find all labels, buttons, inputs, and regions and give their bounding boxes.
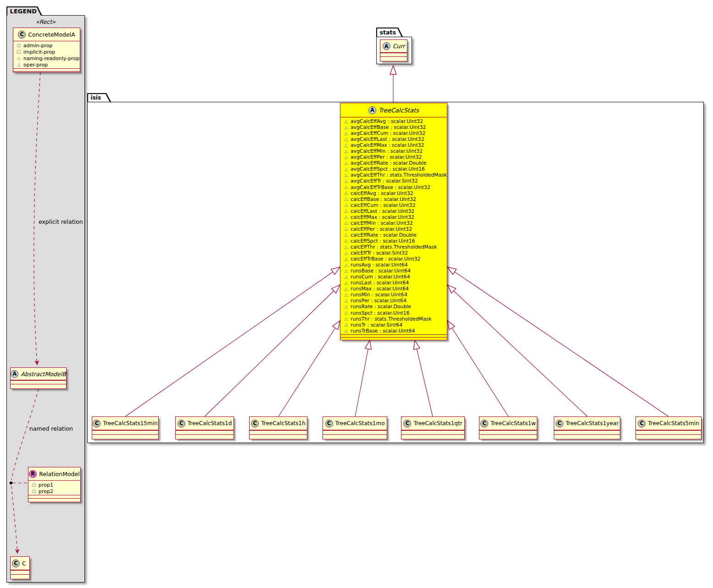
attribute-row: △ calcEffThr : stats.ThresholdedMask bbox=[340, 244, 447, 250]
attribute-row: △ avgCalcEffBase : scalar.Uint32 bbox=[340, 124, 447, 130]
oper-prop-icon: △ bbox=[343, 275, 349, 279]
edge-15min bbox=[125, 267, 340, 416]
class-name: TreeCalcStats1mo bbox=[335, 420, 385, 427]
attribute-row: △ runsRate : scalar.Double bbox=[340, 304, 447, 310]
attribute-row: △ oper-prop bbox=[13, 61, 80, 68]
empty-compartment bbox=[92, 434, 158, 439]
attribute-row: ○ prop2 bbox=[28, 488, 80, 494]
empty-compartment bbox=[176, 434, 234, 439]
empty-compartment bbox=[28, 498, 80, 502]
attribute-text: runsAvg : scalar.Uint64 bbox=[351, 262, 408, 268]
named-relation-label: named relation bbox=[29, 425, 73, 432]
class-name: TreeCalcStats bbox=[379, 107, 419, 114]
oper-prop-icon: △ bbox=[343, 311, 349, 315]
abstract-spot-icon: A bbox=[11, 370, 18, 378]
attribute-text: calcEffRate : scalar.Double bbox=[351, 232, 417, 238]
oper-prop-icon: △ bbox=[343, 293, 349, 297]
empty-compartment bbox=[11, 384, 66, 388]
concrete-model-a-attributes: ○ admin-prop □ implicit-prop ◇ naming-re… bbox=[13, 41, 80, 68]
stats-tab-label: stats bbox=[377, 28, 401, 37]
class-name: TreeCalcStats1w bbox=[490, 420, 536, 427]
attribute-row: △ avgCalcEffThr : stats.ThresholdedMask bbox=[340, 172, 447, 178]
oper-prop-icon: △ bbox=[343, 251, 349, 255]
edge-1d bbox=[205, 285, 340, 416]
attribute-text: calcEffMax : scalar.Uint32 bbox=[351, 214, 414, 220]
edge-1qtr bbox=[415, 340, 433, 416]
oper-prop-icon: △ bbox=[343, 328, 349, 333]
attribute-row: △ runsTrBase : scalar.Uint64 bbox=[340, 328, 447, 334]
attribute-row: △ avgCalcEffAvg : scalar.Uint32 bbox=[340, 118, 447, 124]
class-name: Curr bbox=[393, 43, 405, 50]
attribute-text: calcEffTr : scalar.Sint32 bbox=[351, 250, 408, 256]
attribute-row: △ avgCalcEffMin : scalar.Uint32 bbox=[340, 148, 447, 154]
attribute-text: prop1 bbox=[39, 482, 53, 488]
attribute-row: ◇ naming-readonly-prop bbox=[13, 55, 80, 61]
tree-calc-stats-title: A TreeCalcStats bbox=[340, 103, 447, 117]
attribute-text: oper-prop bbox=[23, 62, 48, 68]
attribute-row: △ calcEffBase : scalar.Uint32 bbox=[340, 196, 447, 202]
attribute-row: △ avgCalcEffTr : scalar.Sint32 bbox=[340, 178, 447, 184]
class-c: C C bbox=[10, 556, 30, 579]
attribute-text: avgCalcEffRate : scalar.Double bbox=[351, 160, 426, 166]
attribute-text: runsPer : scalar.Uint64 bbox=[351, 298, 407, 304]
attribute-row: △ runsSpct : scalar.Uint16 bbox=[340, 310, 447, 316]
class-treecalcstats5min: C TreeCalcStats5min bbox=[635, 416, 702, 439]
class-spot-icon: C bbox=[556, 420, 563, 427]
class-spot-icon: C bbox=[178, 420, 185, 427]
oper-prop-icon: △ bbox=[343, 143, 349, 148]
attribute-text: prop2 bbox=[39, 488, 53, 494]
attribute-text: avgCalcEffCum : scalar.Uint32 bbox=[351, 130, 425, 136]
legend-package-tab: LEGEND bbox=[6, 6, 42, 16]
attribute-text: runsLast : scalar.Uint64 bbox=[351, 280, 409, 286]
oper-prop-icon: △ bbox=[343, 257, 349, 261]
empty-compartment bbox=[479, 434, 537, 439]
attribute-text: avgCalcEffMin : scalar.Uint32 bbox=[351, 148, 423, 154]
oper-prop-icon: △ bbox=[343, 197, 349, 201]
oper-prop-icon: △ bbox=[343, 227, 349, 231]
class-abstract-model-b: A AbstractModelB bbox=[10, 367, 67, 389]
attribute-text: avgCalcEffTr : scalar.Sint32 bbox=[351, 178, 418, 184]
attribute-row: △ runsMax : scalar.Uint64 bbox=[340, 286, 447, 292]
attribute-text: runsSpct : scalar.Uint16 bbox=[351, 310, 410, 316]
empty-compartment bbox=[250, 434, 307, 439]
class-treecalcstats1w: C TreeCalcStats1w bbox=[479, 416, 537, 439]
attribute-text: runsRate : scalar.Double bbox=[351, 304, 411, 310]
oper-prop-icon: △ bbox=[16, 62, 22, 67]
class-treecalcstats1d: C TreeCalcStats1d bbox=[175, 416, 234, 439]
empty-compartment bbox=[11, 570, 29, 574]
attribute-row: △ calcEffAvg : scalar.Uint32 bbox=[340, 190, 447, 196]
attribute-row: △ runsTr : scalar.Sint64 bbox=[340, 322, 447, 328]
class-name: RelationModel bbox=[39, 471, 79, 477]
empty-compartment bbox=[401, 430, 464, 434]
class-tree-calc-stats: A TreeCalcStats △ avgCalcEffAvg : scalar… bbox=[340, 103, 447, 340]
attribute-row: ○ admin-prop bbox=[13, 42, 80, 49]
attribute-text: avgCalcEffAvg : scalar.Uint32 bbox=[351, 118, 423, 124]
empty-compartment bbox=[340, 337, 447, 340]
attribute-row: △ runsCum : scalar.Uint64 bbox=[340, 274, 447, 280]
class-name: C bbox=[22, 560, 26, 567]
attribute-row: △ avgCalcEffCum : scalar.Uint32 bbox=[340, 130, 447, 136]
attribute-text: runsThr : stats.ThresholdedMask bbox=[351, 316, 431, 322]
attribute-text: calcEffMin : scalar.Uint32 bbox=[351, 220, 413, 226]
class-curr: A Curr bbox=[380, 39, 407, 61]
empty-compartment bbox=[176, 430, 234, 434]
class-spot-icon: C bbox=[480, 420, 488, 427]
attribute-text: naming-readonly-prop bbox=[23, 55, 79, 61]
oper-prop-icon: △ bbox=[343, 299, 349, 303]
tree-calc-stats-attributes: △ avgCalcEffAvg : scalar.Uint32 △ avgCal… bbox=[340, 117, 447, 334]
public-prop-icon: ○ bbox=[31, 483, 37, 487]
oper-prop-icon: △ bbox=[343, 125, 349, 130]
attribute-text: avgCalcEffLast : scalar.Uint32 bbox=[351, 136, 424, 142]
public-prop-icon: ○ bbox=[31, 489, 37, 494]
uml-class-diagram: LEGEND stats isis bbox=[0, 0, 713, 588]
oper-prop-icon: △ bbox=[343, 167, 349, 172]
relation-model-attributes: ○ prop1 ○ prop2 bbox=[28, 481, 80, 495]
attribute-text: avgCalcEffThr : stats.ThresholdedMask bbox=[351, 172, 447, 178]
attribute-text: calcEffBase : scalar.Uint32 bbox=[351, 196, 416, 202]
empty-compartment bbox=[554, 434, 620, 439]
subclass-title: C TreeCalcStats1h bbox=[250, 417, 307, 430]
relation-model-title: R RelationModel bbox=[28, 467, 80, 481]
attribute-row: △ calcEffPer : scalar.Uint32 bbox=[340, 226, 447, 232]
attribute-text: calcEffSpct : scalar.Uint16 bbox=[351, 238, 415, 244]
empty-compartment bbox=[380, 56, 407, 61]
